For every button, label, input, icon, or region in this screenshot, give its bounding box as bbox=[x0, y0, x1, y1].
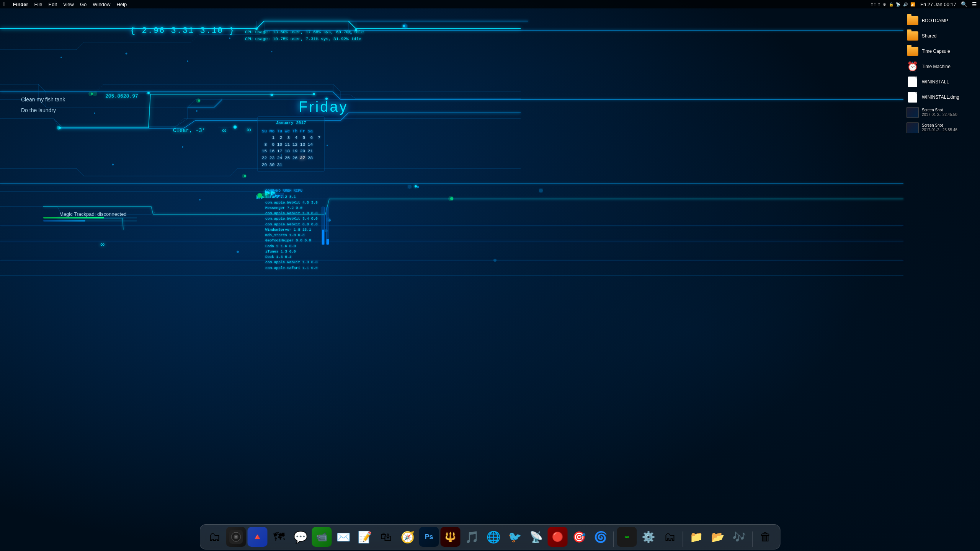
desktop-icon-wininstall[interactable]: WININSTALL bbox=[905, 75, 978, 89]
desktop-icon-wininstall-dmg[interactable]: WININSTALL.dmg bbox=[905, 90, 978, 104]
calendar-title: January 2017 bbox=[261, 120, 320, 127]
svg-point-59 bbox=[244, 175, 246, 177]
desktop-icon-time-machine[interactable]: ⏰ Time Machine bbox=[905, 60, 978, 73]
svg-point-30 bbox=[126, 53, 127, 55]
svg-point-51 bbox=[493, 259, 497, 262]
process-row-8: GeoToolHelper 0.8 0.0 bbox=[265, 238, 318, 243]
dock-item-browser[interactable]: 🌐 bbox=[483, 527, 503, 547]
dock-item-messages[interactable]: 💬 bbox=[291, 527, 310, 547]
load-average-widget: { 2.96 3.31 3.10 } bbox=[130, 26, 235, 36]
calendar-widget: January 2017 Su Mo Tu We Th Fr Sa 1 2 3 … bbox=[257, 116, 325, 172]
coord-value: 205.8628.97 bbox=[105, 93, 138, 99]
coordinate-widget: 205.8628.97 bbox=[105, 93, 138, 99]
circuit-background bbox=[0, 0, 980, 551]
dock-item-terminal[interactable]: ⌨ bbox=[617, 527, 637, 547]
dock-item-finder[interactable]: 🗂 bbox=[205, 527, 225, 547]
menubar-left:  Finder File Edit View Go Window Help bbox=[3, 1, 871, 8]
process-monitor-widget: COMMAND %MEM %CPU Safari 7.2 8.1 com.app… bbox=[265, 188, 318, 271]
svg-point-31 bbox=[187, 60, 188, 62]
process-row-2: Messenger 7.2 0.0 bbox=[265, 205, 318, 211]
dock-item-git[interactable]: 🔱 bbox=[441, 527, 461, 547]
desktop-icon-screenshot1[interactable]: Screen Shot 2017-01-2...22.45.50 bbox=[905, 106, 978, 119]
dock-item-notes[interactable]: 📝 bbox=[355, 527, 375, 547]
svg-point-54 bbox=[326, 217, 331, 222]
process-row-3: com.apple.WebKit 1.8 0.0 bbox=[265, 211, 318, 216]
day-widget: Friday bbox=[299, 99, 348, 115]
infinity-2: ∞ bbox=[100, 241, 105, 248]
svg-point-44 bbox=[258, 198, 260, 199]
dock-item-itunes[interactable]: 🎶 bbox=[729, 527, 749, 547]
dock-item-maps[interactable]: 🗺 bbox=[269, 527, 289, 547]
svg-rect-1 bbox=[0, 0, 980, 551]
time-machine-label: Time Machine bbox=[922, 64, 951, 69]
dock-item-music[interactable]: 🎵 bbox=[462, 527, 482, 547]
dock-item-app3[interactable]: 🔺 bbox=[248, 527, 268, 547]
desktop-icon-bootcamp[interactable]: BOOTCAMP bbox=[905, 14, 978, 28]
menubar-app-name[interactable]: Finder bbox=[13, 2, 28, 7]
time-capsule-label: Time Capsule bbox=[922, 49, 950, 54]
dock-item-launchpad[interactable] bbox=[226, 527, 246, 547]
menubar-clock: Fri 27 Jan 00:17 bbox=[920, 2, 956, 7]
dock-item-photoshop[interactable]: Ps bbox=[419, 527, 439, 547]
reminder-1: Clean my fish tank bbox=[21, 94, 65, 105]
dock-separator-2 bbox=[683, 531, 683, 547]
dock-item-compass[interactable]: 🧭 bbox=[398, 527, 418, 547]
dock: 🗂 🔺 🗺 💬 📹 ✉️ 📝 🛍 🧭 Ps 🔱 🎵 🌐 🐦 📡 bbox=[200, 524, 781, 549]
process-headers: COMMAND %MEM %CPU bbox=[265, 188, 318, 194]
process-row-10: iTunes 1.3 0.0 bbox=[265, 249, 318, 254]
bootcamp-folder-icon bbox=[906, 15, 919, 27]
menubar-right: ⠿⠿⠿ ⚙ 🔒 📡 🔊 📶 Fri 27 Jan 00:17 🔍 ☰ bbox=[871, 1, 977, 7]
process-row-9: Coda 2 1.6 0.0 bbox=[265, 244, 318, 249]
menubar-edit[interactable]: Edit bbox=[49, 2, 57, 7]
dock-item-twitter[interactable]: 🐦 bbox=[505, 527, 525, 547]
dock-item-dropzone[interactable]: 🌀 bbox=[591, 527, 611, 547]
dock-item-app18[interactable]: 🔴 bbox=[548, 527, 568, 547]
apple-menu[interactable]:  bbox=[3, 1, 5, 8]
dock-item-appstore[interactable]: 🛍 bbox=[376, 527, 396, 547]
cal-fr: Fr bbox=[300, 128, 305, 135]
svg-point-46 bbox=[94, 112, 95, 114]
svg-point-24 bbox=[403, 25, 405, 27]
svg-point-43 bbox=[199, 199, 201, 201]
svg-point-62 bbox=[448, 196, 454, 201]
weather-widget: Clear, -3° ∞ bbox=[173, 126, 251, 134]
trackpad-status-widget: Magic Trackpad: disconnected bbox=[59, 211, 127, 217]
menubar-view[interactable]: View bbox=[63, 2, 74, 7]
svg-point-41 bbox=[237, 251, 239, 253]
menubar-search-icon[interactable]: 🔍 bbox=[961, 1, 967, 7]
menubar-go[interactable]: Go bbox=[80, 2, 87, 7]
process-row-6: WindowServer 1.8 13.1 bbox=[265, 227, 318, 233]
desktop-icon-time-capsule[interactable]: Time Capsule bbox=[905, 44, 978, 58]
time-machine-icon: ⏰ bbox=[906, 60, 919, 73]
menubar-notification-icon[interactable]: ☰ bbox=[972, 1, 977, 7]
process-toggle[interactable] bbox=[257, 193, 269, 198]
trackpad-bar-fill bbox=[43, 217, 104, 218]
trackpad-bar-bg bbox=[43, 217, 137, 218]
dock-item-facetime[interactable]: 📹 bbox=[312, 527, 332, 547]
cal-row-3: 15 16 17 18 19 20 21 bbox=[261, 148, 320, 155]
process-bar-1 bbox=[322, 207, 325, 245]
dock-item-transmit[interactable]: 📡 bbox=[526, 527, 546, 547]
dock-item-mail[interactable]: ✉️ bbox=[333, 527, 353, 547]
svg-line-15 bbox=[176, 119, 188, 126]
process-bar-2 bbox=[326, 207, 329, 245]
menubar-help[interactable]: Help bbox=[116, 2, 127, 7]
dock-item-files[interactable]: 📁 bbox=[686, 527, 706, 547]
dock-item-folder[interactable]: 📂 bbox=[708, 527, 728, 547]
process-toggle2[interactable]: ▶▶ bbox=[272, 193, 284, 198]
menubar-file[interactable]: File bbox=[34, 2, 42, 7]
dock-item-trash[interactable]: 🗑 bbox=[756, 527, 776, 547]
menubar-window[interactable]: Window bbox=[93, 2, 110, 7]
svg-point-39 bbox=[327, 145, 328, 146]
dock-item-preferences[interactable]: ⚙️ bbox=[639, 527, 658, 547]
process-row-5: com.apple.WebKit 0.8 0.0 bbox=[265, 222, 318, 227]
screenshot2-icon bbox=[906, 122, 919, 134]
dock-item-app19[interactable]: 🎯 bbox=[569, 527, 589, 547]
desktop-icon-screenshot2[interactable]: Screen Shot 2017-01-2...23.55.46 bbox=[905, 121, 978, 135]
svg-point-35 bbox=[347, 31, 350, 34]
svg-point-33 bbox=[271, 51, 273, 52]
time-capsule-icon bbox=[906, 45, 919, 57]
dock-item-finder2[interactable]: 🗂 bbox=[660, 527, 680, 547]
svg-line-14 bbox=[54, 119, 59, 128]
desktop-icon-shared[interactable]: Shared bbox=[905, 29, 978, 43]
